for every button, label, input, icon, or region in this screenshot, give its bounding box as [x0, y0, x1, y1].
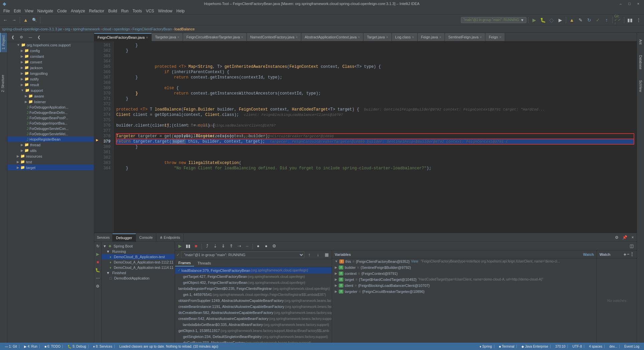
ant-tab[interactable]: Ant [638, 37, 643, 46]
menu-run[interactable]: Run [119, 8, 131, 14]
tab-sentinelfeign[interactable]: SentinelFeign.java × [445, 33, 485, 41]
svc-settings2-btn[interactable]: ⚙ [95, 283, 101, 289]
frame-get-1[interactable]: get-1, 445976541 (org.springframework.cl… [175, 292, 332, 298]
frame-loadbalance[interactable]: ✓ loadBalance:379, FeignClientFactoryBea… [175, 267, 332, 274]
vcs-branch[interactable]: dev... [607, 345, 620, 348]
debug-step-over-btn[interactable]: ⤴ [203, 242, 211, 250]
tab-targeter[interactable]: Targeter.java × [152, 33, 183, 41]
tree-item-support-root[interactable]: ▼ 📁 org.hopehomi.core.support [7, 42, 94, 48]
vcs-update-btn[interactable]: ↻ [585, 16, 593, 24]
toolbar-search-everywhere[interactable]: 🔍 [30, 16, 38, 24]
menu-window[interactable]: Window [156, 8, 174, 14]
close-btn[interactable]: × [635, 2, 641, 6]
debug-status-item[interactable]: 🐛 5: Debug [65, 345, 88, 348]
watch-remove-btn[interactable]: − [627, 252, 629, 257]
sidebar-collapse-btn[interactable]: ❰ [9, 33, 17, 41]
frame-createbean[interactable]: createBean:542, AbstractAutowireCapableB… [175, 316, 332, 322]
build-project-btn[interactable]: ▲ [568, 16, 576, 24]
tab-close-icon[interactable]: × [146, 36, 148, 39]
var-expand-icon[interactable]: ▶ [335, 278, 337, 281]
frame-lambda-dogetbean[interactable]: lambda$doGetBean$0:335, AbstractBeanFact… [175, 322, 332, 328]
sciview-tab[interactable]: SciView [638, 78, 643, 94]
git-status-item[interactable]: ⸻ 1: Git [3, 345, 19, 348]
debug-btn[interactable]: 🐛 [539, 16, 547, 24]
structure-tab[interactable]: 2: Structure [0, 72, 7, 95]
tree-item-longpolling[interactable]: ▶ 📁 longpolling [7, 70, 94, 76]
tree-item-thread[interactable]: ▶ 📁 thread [7, 142, 94, 148]
services-democloud-a2[interactable]: ♦ DemoCloud_A_Application-test-1114:11 [102, 265, 175, 270]
services-running[interactable]: ▼ Running [102, 249, 175, 254]
threads-tab[interactable]: Threads [194, 260, 214, 266]
debug-step-into-btn[interactable]: ⇣ [211, 242, 219, 250]
terminal-tab[interactable]: ■ Terminal [497, 345, 517, 348]
sidebar-locate-btn[interactable]: ⸻ [26, 33, 34, 41]
frame-createbeaninstance[interactable]: createBeanInstance:1191, AbstractAutowir… [175, 304, 332, 310]
menu-build[interactable]: Build [106, 8, 119, 14]
toolbar-build-btn[interactable]: ▲ [22, 16, 30, 24]
tree-item-convert[interactable]: ▶ 📁 convert [7, 59, 94, 65]
toolbar-back-btn[interactable]: ← [1, 16, 9, 24]
debug-step-out-btn[interactable]: ⇑ [227, 242, 235, 250]
breadcrumb-openfeign[interactable]: openfeign [114, 27, 130, 31]
tree-item-hoperegisterbean[interactable]: J HopeRegisterBean [7, 137, 94, 142]
bottom-pin-btn[interactable]: 📌 [621, 233, 629, 241]
vcs-push-btn[interactable]: ↑ [603, 16, 611, 24]
var-this[interactable]: ▼ f this = {FeignClientFactoryBean@9352}… [332, 258, 597, 265]
frame-dogetbean[interactable]: doGetBean:333, AbstractBeanFactory (org.… [175, 340, 332, 343]
var-expand-icon[interactable]: ▶ [335, 272, 337, 275]
toolbar-settings-btn[interactable]: ✎ [577, 16, 585, 24]
menu-code[interactable]: Code [55, 8, 69, 14]
bottom-tab-endpoints[interactable]: ⋔Endpoints [156, 233, 184, 241]
thread-dropdown[interactable]: "main"@1 in group "main": RUNNING [181, 251, 304, 258]
svc-refresh-btn[interactable]: ↻ [95, 243, 101, 249]
menu-navigate[interactable]: Navigate [35, 8, 55, 14]
menu-file[interactable]: File [1, 8, 12, 14]
tab-logclass[interactable]: Log.class × [392, 33, 418, 41]
event-log[interactable]: Event Log [622, 345, 641, 348]
frame-getobject[interactable]: getObject:402, FeignClientFactoryBean (o… [175, 280, 332, 286]
services-democloud-b[interactable]: ♦ DemoCloud_B_Application-test [102, 254, 175, 259]
menu-help[interactable]: Help [174, 8, 187, 14]
debug-force-step-into-btn[interactable]: ⇓ [219, 242, 227, 250]
tab-feigncircuitbreakertargeter[interactable]: FeignCircuitBreakerTargeter.java × [183, 33, 247, 41]
breadcrumb-jar[interactable]: spring-cloud-openfeign-core-3.1.3.jar [2, 27, 62, 31]
tab-close-icon[interactable]: × [480, 35, 482, 39]
toolbar-terminal-btn[interactable]: ▮▮ [626, 16, 634, 24]
tab-feign2[interactable]: Feign × [485, 33, 505, 41]
menu-analyze[interactable]: Analyze [69, 8, 87, 14]
breadcrumb-class[interactable]: FeignClientFactoryBean [133, 27, 172, 31]
menu-refactor[interactable]: Refactor [87, 8, 106, 14]
tab-close-icon[interactable]: × [296, 35, 298, 39]
database-tab[interactable]: Database [638, 53, 643, 71]
frame-gettarget[interactable]: getTarget:427, FeignClientFactoryBean (o… [175, 274, 332, 280]
frame-getsingleton[interactable]: getSingleton:234, DefaultSingletonBeanRe… [175, 334, 332, 340]
tab-namedcontextfactory[interactable]: NamedContextFactory.java × [247, 33, 301, 41]
frame-lambda[interactable]: lambda$registerFeignClient$0:235, FeignC… [175, 286, 332, 292]
bottom-settings-btn[interactable]: ⚙ [613, 233, 621, 241]
menu-view[interactable]: View [23, 8, 35, 14]
spring-tab[interactable]: ♦ Spring [478, 345, 494, 348]
services-democloud-a1[interactable]: ♦ DemoCloud_A_Application-test-1112:11 [102, 259, 175, 265]
vcs-commit-btn[interactable]: ✓ [594, 16, 602, 24]
svc-more-btn[interactable]: ⋯ [95, 275, 101, 281]
services-springboot[interactable]: ▼ ◆ Spring Boot [102, 243, 175, 249]
sidebar-settings-btn[interactable]: ⚙ [17, 33, 25, 41]
var-target[interactable]: ▶ f target = {Target$HardCodedTarget@104… [332, 277, 597, 283]
tree-item-fordebuggerservlet[interactable]: J ForDebuggerServletCon... [7, 126, 94, 131]
breadcrumb-springframework[interactable]: springframework [73, 27, 100, 31]
javaee-tab[interactable]: ◆ Java Enterprise [519, 345, 550, 348]
debug-layout-btn[interactable]: ◫ [628, 242, 635, 250]
bottom-close-btn[interactable]: × [629, 233, 637, 241]
tree-item-config[interactable]: ▶ 📁 config [7, 48, 94, 53]
services-status-item[interactable]: ♦ 8: Services [91, 345, 115, 348]
services-finished[interactable]: ▼ Finished [102, 270, 175, 276]
run-btn[interactable]: ▶ [530, 16, 538, 24]
var-targeter[interactable]: ▶ f targeter = {FeignCircuitBreakerTarge… [332, 289, 597, 295]
code-content[interactable]: } } protected <T> Map<String, T> getInhe… [114, 41, 637, 232]
tab-close-icon[interactable]: × [177, 35, 179, 39]
toolbar-more-btn[interactable]: ⋮ [635, 16, 643, 24]
watch-more-btn[interactable]: ⋮ [630, 252, 634, 257]
indent-label[interactable]: 4 spaces [587, 345, 605, 348]
frame-getobject-1[interactable]: getObject-1, 1538511917 (org.springframe… [175, 328, 332, 334]
run-config-selector[interactable]: "main"@1 in group "main": RUNNING ▼ [461, 17, 526, 23]
